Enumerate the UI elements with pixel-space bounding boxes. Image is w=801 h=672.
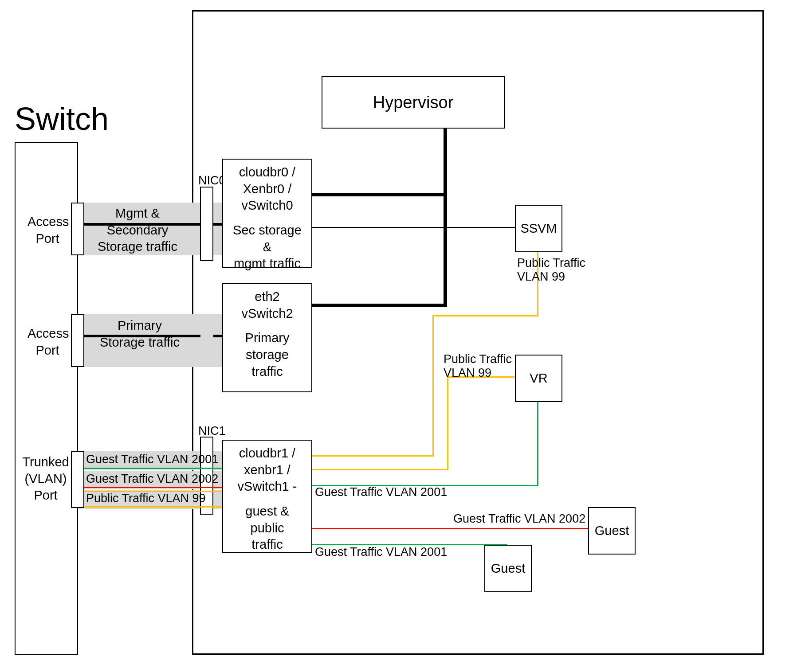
eth2-connector bbox=[213, 335, 222, 337]
hypervisor-box: Hypervisor bbox=[322, 76, 505, 129]
cloudbr0-box: cloudbr0 / Xenbr0 / vSwitch0 Sec storage… bbox=[222, 159, 312, 268]
access-port-2-label: Access Port bbox=[27, 325, 67, 359]
orange-line-left-a bbox=[84, 491, 222, 492]
hypervisor-to-cloudbr0-line bbox=[312, 193, 445, 196]
green-line-left bbox=[84, 468, 222, 469]
mgmt-secondary-label: Mgmt & Secondary Storage traffic bbox=[86, 205, 188, 255]
green-guest1-vert bbox=[506, 544, 507, 545]
hypervisor-vert-line bbox=[444, 129, 447, 307]
guest2-box: Guest bbox=[588, 507, 636, 555]
guest-2002-left-label: Guest Traffic VLAN 2002 bbox=[86, 472, 218, 486]
guest-2001-left-label: Guest Traffic VLAN 2001 bbox=[86, 453, 218, 466]
orange-vr-vert bbox=[447, 376, 448, 470]
cloudbr1-l4: guest & public bbox=[228, 503, 307, 536]
access-port-2-box bbox=[71, 314, 84, 367]
cloudbr1-box: cloudbr1 / xenbr1 / vSwitch1 - guest & p… bbox=[222, 440, 312, 553]
cloudbr1-l1: cloudbr1 / bbox=[228, 445, 307, 462]
ssvm-box: SSVM bbox=[515, 205, 562, 252]
guest1-box: Guest bbox=[484, 545, 532, 592]
nic0-connector bbox=[213, 223, 222, 226]
orange-vr-to-cloudbr1 bbox=[312, 469, 448, 470]
cloudbr0-l2: Xenbr0 / bbox=[228, 181, 307, 198]
cloudbr1-l3: vSwitch1 - bbox=[228, 478, 307, 495]
nic0-box bbox=[200, 187, 213, 261]
red-line-left bbox=[84, 487, 222, 488]
primary-label: Primary Storage traffic bbox=[100, 317, 180, 351]
public-99-ssvm-label: Public Traffic VLAN 99 bbox=[517, 256, 588, 284]
orange-ssvm-vert2 bbox=[432, 315, 434, 456]
orange-ssvm-horiz bbox=[432, 315, 538, 316]
eth2-l3: Primary bbox=[228, 330, 307, 347]
eth2-box: eth2 vSwitch2 Primary storage traffic bbox=[222, 283, 312, 392]
switch-title: Switch bbox=[15, 101, 109, 137]
cloudbr1-l5: traffic bbox=[228, 536, 307, 553]
hypervisor-to-eth2-line bbox=[312, 304, 447, 307]
cloudbr0-l1: cloudbr0 / bbox=[228, 164, 307, 181]
cloudbr1-l2: xenbr1 / bbox=[228, 462, 307, 479]
eth2-l4: storage bbox=[228, 347, 307, 363]
trunked-port-label: Trunked (VLAN) Port bbox=[21, 454, 70, 504]
trunked-port-box bbox=[71, 451, 84, 508]
orange-ssvm-to-cloudbr1 bbox=[312, 455, 434, 457]
cloudbr0-l5: mgmt traffic bbox=[228, 255, 307, 272]
nic1-label: NIC1 bbox=[198, 424, 226, 438]
ssvm-label: SSVM bbox=[520, 220, 557, 237]
cloudbr0-l4: Sec storage & bbox=[228, 222, 307, 255]
vr-box: VR bbox=[515, 355, 562, 402]
red-guest2-line bbox=[312, 528, 588, 529]
guest-2001-right2-label: Guest Traffic VLAN 2001 bbox=[315, 545, 447, 559]
guest1-label: Guest bbox=[491, 560, 525, 577]
eth2-l5: traffic bbox=[228, 363, 307, 380]
eth2-l1: eth2 bbox=[228, 289, 307, 305]
guest-2001-vr-label: Guest Traffic VLAN 2001 bbox=[315, 485, 447, 499]
eth2-l2: vSwitch2 bbox=[228, 305, 307, 322]
access-port-1-box bbox=[71, 203, 84, 255]
guest-2002-right-label: Guest Traffic VLAN 2002 bbox=[453, 512, 585, 526]
nic0-label: NIC0 bbox=[198, 174, 226, 188]
hypervisor-label: Hypervisor bbox=[373, 93, 454, 112]
green-vr-vert bbox=[537, 402, 538, 486]
cloudbr0-to-ssvm-line bbox=[312, 227, 515, 228]
orange-line-left-b bbox=[84, 506, 222, 508]
public-99-left-label: Public Traffic VLAN 99 bbox=[86, 492, 206, 505]
cloudbr0-l3: vSwitch0 bbox=[228, 197, 307, 214]
vr-label: VR bbox=[530, 370, 547, 387]
guest2-label: Guest bbox=[595, 523, 629, 539]
access-port-1-label: Access Port bbox=[27, 214, 67, 247]
public-99-vr-label: Public Traffic VLAN 99 bbox=[444, 352, 514, 380]
